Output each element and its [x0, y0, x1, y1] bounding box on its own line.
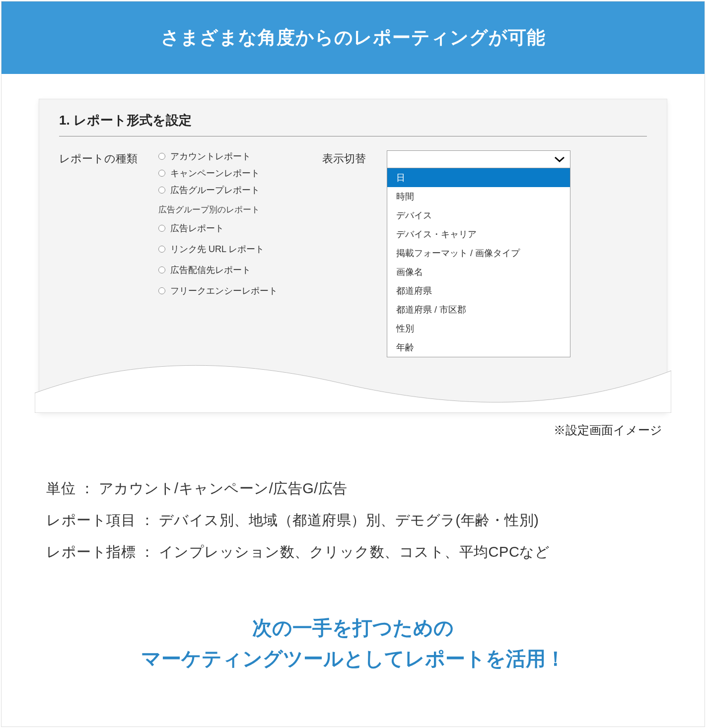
dropdown-option-age[interactable]: 年齢	[387, 338, 570, 357]
radio-label: 広告グループレポート	[170, 184, 260, 196]
report-type-label: レポートの種類	[59, 150, 143, 166]
dropdown-option-device[interactable]: デバイス	[387, 206, 570, 225]
dropdown-option-device-carrier[interactable]: デバイス・キャリア	[387, 225, 570, 244]
banner-title: さまざまな角度からのレポーティングが可能	[1, 1, 705, 74]
radio-icon	[158, 225, 165, 232]
sub-heading: 広告グループ別のレポート	[158, 204, 307, 215]
panel-title: 1. レポート形式を設定	[59, 112, 647, 136]
panel-wrap: 1. レポート形式を設定 レポートの種類 アカウントレポート キャンペーンレポー…	[39, 99, 667, 412]
tagline-line1: 次の一手を打つための	[1, 612, 705, 643]
desc-items: レポート項目 ： デバイス別、地域（都道府県）別、デモグラ(年齢・性別)	[46, 505, 660, 536]
display-switch-dropdown[interactable]: 日 時間 デバイス デバイス・キャリア 掲載フォーマット / 画像タイプ 画像名…	[387, 150, 570, 357]
radio-icon	[158, 246, 165, 253]
radio-account-report[interactable]: アカウントレポート	[158, 150, 307, 162]
radio-link-url-report[interactable]: リンク先 URL レポート	[158, 243, 307, 255]
radio-label: キャンペーンレポート	[170, 167, 260, 179]
chevron-down-icon	[554, 156, 565, 163]
radio-label: アカウントレポート	[170, 150, 251, 162]
radio-icon	[158, 287, 165, 294]
radio-icon	[158, 170, 165, 177]
desc-unit: 単位 ： アカウント/キャンペーン/広告G/広告	[46, 473, 660, 505]
page-container: さまざまな角度からのレポーティングが可能 1. レポート形式を設定 レポートの種…	[1, 1, 705, 727]
report-type-options: アカウントレポート キャンペーンレポート 広告グループレポート 広告グループ別の…	[158, 150, 307, 306]
radio-ad-delivery-report[interactable]: 広告配信先レポート	[158, 264, 307, 276]
radio-frequency-report[interactable]: フリークエンシーレポート	[158, 285, 307, 297]
radio-label: 広告レポート	[170, 222, 224, 234]
radio-icon	[158, 266, 165, 273]
dropdown-option-prefecture[interactable]: 都道府県	[387, 281, 570, 300]
dropdown-list: 日 時間 デバイス デバイス・キャリア 掲載フォーマット / 画像タイプ 画像名…	[387, 168, 570, 357]
tagline-line2: マーケティングツールとしてレポートを活用！	[1, 643, 705, 674]
desc-metrics: レポート指標 ： インプレッション数、クリック数、コスト、平均CPCなど	[46, 536, 660, 568]
radio-campaign-report[interactable]: キャンペーンレポート	[158, 167, 307, 179]
display-switch-label: 表示切替	[322, 150, 372, 166]
settings-panel: 1. レポート形式を設定 レポートの種類 アカウントレポート キャンペーンレポー…	[39, 99, 667, 412]
radio-icon	[158, 153, 165, 160]
radio-label: 広告配信先レポート	[170, 264, 251, 276]
radio-ad-report[interactable]: 広告レポート	[158, 222, 307, 234]
radio-label: リンク先 URL レポート	[170, 243, 264, 255]
image-note: ※設定画面イメージ	[1, 422, 662, 438]
dropdown-option-day[interactable]: 日	[387, 168, 570, 187]
dropdown-option-format-image[interactable]: 掲載フォーマット / 画像タイプ	[387, 244, 570, 263]
form-row: レポートの種類 アカウントレポート キャンペーンレポート 広告グループレポート	[59, 150, 647, 357]
descriptions: 単位 ： アカウント/キャンペーン/広告G/広告 レポート項目 ： デバイス別、…	[46, 473, 660, 568]
dropdown-option-gender[interactable]: 性別	[387, 319, 570, 338]
tagline: 次の一手を打つための マーケティングツールとしてレポートを活用！	[1, 612, 705, 674]
radio-adgroup-report[interactable]: 広告グループレポート	[158, 184, 307, 196]
radio-label: フリークエンシーレポート	[170, 285, 278, 297]
dropdown-option-prefecture-city[interactable]: 都道府県 / 市区郡	[387, 300, 570, 319]
radio-icon	[158, 187, 165, 194]
dropdown-header[interactable]	[387, 150, 570, 168]
dropdown-option-image-name[interactable]: 画像名	[387, 263, 570, 281]
dropdown-option-hour[interactable]: 時間	[387, 187, 570, 206]
